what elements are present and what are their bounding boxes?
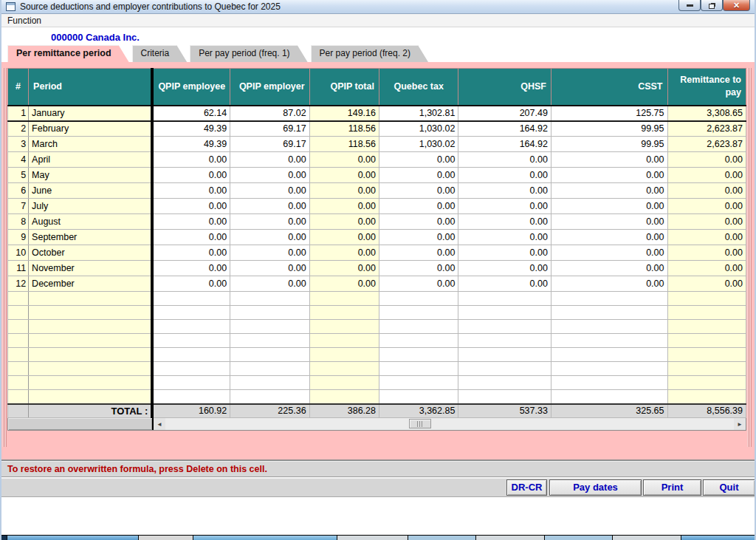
- quit-button[interactable]: Quit: [703, 479, 755, 496]
- pay-dates-button[interactable]: Pay dates: [549, 479, 642, 496]
- cell-value[interactable]: 0.00: [152, 183, 230, 199]
- cell-value[interactable]: [551, 376, 667, 390]
- cell-value[interactable]: 0.00: [230, 168, 309, 183]
- cell-value[interactable]: [667, 376, 746, 390]
- cell-value[interactable]: [458, 348, 551, 362]
- cell-value[interactable]: 49.39: [152, 137, 230, 152]
- cell-value[interactable]: [379, 376, 458, 390]
- cell-value[interactable]: [667, 390, 746, 404]
- cell-value[interactable]: 0.00: [379, 183, 458, 199]
- cell-value[interactable]: [551, 334, 667, 348]
- cell-value[interactable]: 0.00: [458, 183, 551, 199]
- cell-value[interactable]: 0.00: [309, 276, 379, 292]
- cell-value[interactable]: 0.00: [309, 214, 379, 230]
- tab-criteria[interactable]: Criteria: [132, 45, 188, 62]
- cell-value[interactable]: 164.92: [458, 137, 551, 152]
- print-button[interactable]: Print: [643, 479, 701, 496]
- cell-value[interactable]: [152, 306, 230, 320]
- cell-value[interactable]: 0.00: [309, 245, 379, 261]
- cell-value[interactable]: [309, 320, 379, 334]
- cell-value[interactable]: [458, 362, 551, 376]
- menu-function[interactable]: Function: [1, 16, 47, 26]
- cell-value[interactable]: 0.00: [551, 168, 667, 183]
- scrollbar-track[interactable]: [165, 418, 734, 430]
- cell-value[interactable]: [379, 348, 458, 362]
- cell-value[interactable]: 0.00: [667, 245, 746, 261]
- cell-value[interactable]: 207.49: [458, 106, 551, 121]
- cell-value[interactable]: 1,030.02: [379, 121, 458, 137]
- tab-per-pay-period-freq-2-[interactable]: Per pay period (freq. 2): [311, 45, 428, 62]
- cell-value[interactable]: [230, 306, 309, 320]
- cell-value[interactable]: 0.00: [152, 276, 230, 292]
- cell-value[interactable]: 0.00: [230, 183, 309, 199]
- cell-value[interactable]: [230, 292, 309, 306]
- cell-value[interactable]: 0.00: [667, 183, 746, 199]
- cell-value[interactable]: [379, 362, 458, 376]
- cell-value[interactable]: 0.00: [667, 261, 746, 276]
- cell-value[interactable]: 0.00: [458, 261, 551, 276]
- cell-value[interactable]: [551, 348, 667, 362]
- dr-cr-button[interactable]: DR-CR: [506, 479, 547, 496]
- cell-value[interactable]: 0.00: [309, 199, 379, 214]
- cell-value[interactable]: 0.00: [667, 168, 746, 183]
- cell-value[interactable]: 0.00: [458, 214, 551, 230]
- horizontal-scrollbar[interactable]: ◄ ►: [154, 418, 746, 430]
- cell-value[interactable]: [230, 348, 309, 362]
- cell-value[interactable]: [551, 306, 667, 320]
- cell-value[interactable]: 99.95: [551, 137, 667, 152]
- cell-value[interactable]: [551, 320, 667, 334]
- cell-value[interactable]: 0.00: [551, 183, 667, 199]
- cell-value[interactable]: 0.00: [152, 230, 230, 245]
- cell-value[interactable]: 0.00: [152, 261, 230, 276]
- cell-value[interactable]: 0.00: [309, 230, 379, 245]
- cell-value[interactable]: 0.00: [152, 245, 230, 261]
- cell-value[interactable]: 0.00: [458, 276, 551, 292]
- cell-value[interactable]: 0.00: [309, 183, 379, 199]
- cell-value[interactable]: 87.02: [230, 106, 309, 121]
- cell-value[interactable]: 0.00: [379, 152, 458, 168]
- cell-value[interactable]: 2,623.87: [667, 121, 746, 137]
- cell-value[interactable]: [551, 292, 667, 306]
- cell-value[interactable]: [309, 348, 379, 362]
- cell-value[interactable]: [152, 348, 230, 362]
- cell-value[interactable]: 0.00: [230, 276, 309, 292]
- cell-value[interactable]: [309, 362, 379, 376]
- cell-value[interactable]: 0.00: [551, 261, 667, 276]
- cell-value[interactable]: [152, 376, 230, 390]
- cell-value[interactable]: 0.00: [551, 230, 667, 245]
- cell-value[interactable]: 0.00: [667, 276, 746, 292]
- cell-value[interactable]: 49.39: [152, 121, 230, 137]
- cell-value[interactable]: 0.00: [230, 214, 309, 230]
- cell-value[interactable]: 99.95: [551, 121, 667, 137]
- cell-value[interactable]: 0.00: [152, 152, 230, 168]
- cell-value[interactable]: 0.00: [551, 245, 667, 261]
- cell-value[interactable]: 0.00: [152, 199, 230, 214]
- cell-value[interactable]: 0.00: [379, 261, 458, 276]
- cell-value[interactable]: 0.00: [230, 199, 309, 214]
- cell-value[interactable]: 0.00: [379, 214, 458, 230]
- cell-value[interactable]: 118.56: [309, 137, 379, 152]
- cell-value[interactable]: [309, 390, 379, 404]
- cell-value[interactable]: 0.00: [309, 168, 379, 183]
- cell-value[interactable]: [379, 306, 458, 320]
- cell-value[interactable]: 0.00: [379, 199, 458, 214]
- cell-value[interactable]: 0.00: [230, 245, 309, 261]
- cell-value[interactable]: 125.75: [551, 106, 667, 121]
- vertical-scrollbar-right[interactable]: [747, 68, 752, 447]
- cell-value[interactable]: [379, 334, 458, 348]
- cell-value[interactable]: [667, 320, 746, 334]
- cell-value[interactable]: 0.00: [230, 152, 309, 168]
- cell-value[interactable]: 0.00: [667, 214, 746, 230]
- cell-value[interactable]: 0.00: [379, 276, 458, 292]
- cell-value[interactable]: [152, 292, 230, 306]
- cell-value[interactable]: 0.00: [667, 152, 746, 168]
- cell-value[interactable]: 0.00: [667, 199, 746, 214]
- cell-value[interactable]: [458, 306, 551, 320]
- cell-value[interactable]: 2,623.87: [667, 137, 746, 152]
- cell-value[interactable]: [551, 390, 667, 404]
- cell-value[interactable]: 1,030.02: [379, 137, 458, 152]
- cell-value[interactable]: 0.00: [379, 245, 458, 261]
- cell-value[interactable]: [152, 320, 230, 334]
- cell-value[interactable]: [152, 390, 230, 404]
- cell-value[interactable]: 69.17: [230, 121, 309, 137]
